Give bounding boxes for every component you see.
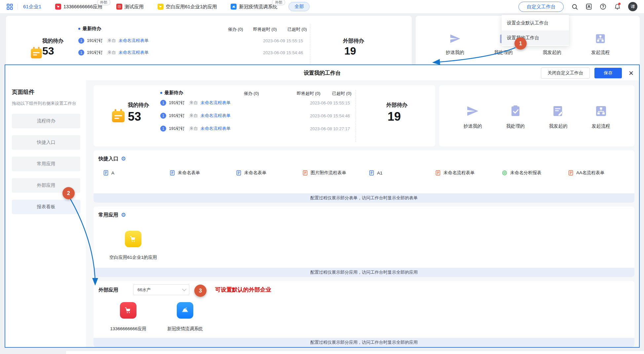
external-apps-header: 外部应用 66水产 可设置默认的外部企业 <box>94 281 634 298</box>
item-form-link[interactable]: 未命名流程表单 <box>119 50 149 56</box>
workbench-grid-icon[interactable] <box>7 4 13 10</box>
tab-app-test[interactable]: 测试应用 <box>116 4 144 10</box>
shortcut-label: 我发起的 <box>543 50 561 56</box>
app-tile[interactable]: 新冠疫情流调系统 <box>164 302 207 332</box>
cc-to-me-shortcut[interactable]: 抄送我的 <box>463 105 482 129</box>
timed-out-counter[interactable]: 已超时 (0) <box>287 26 307 32</box>
notification-dot <box>618 3 621 5</box>
chevron-down-icon <box>182 287 186 291</box>
all-apps-button[interactable]: 全部 <box>288 2 310 11</box>
item-name: 191钉钉 <box>169 113 185 119</box>
app-tile[interactable]: 13366666666应用 <box>107 302 150 332</box>
item-name: 191钉钉 <box>87 38 103 44</box>
section-title: 快捷入口 <box>98 156 118 162</box>
tab-company[interactable]: 61企业1 <box>23 4 41 10</box>
process-form-icon <box>303 170 308 176</box>
handled-by-me-shortcut[interactable]: 我处理的 <box>506 105 525 129</box>
initiated-by-me-shortcut[interactable]: 我发起的 <box>549 105 567 129</box>
common-apps-section: 常用应用 ⚙ 空白应用61企业1的应用 配置过程仅展示部分应用，访问工作台时显示… <box>94 207 634 277</box>
item-name: 191钉钉 <box>169 126 185 132</box>
component-quick-entry[interactable]: 快捷入口 <box>12 135 80 150</box>
external-badge: 外部 <box>272 0 285 5</box>
process-form-icon <box>436 170 440 176</box>
component-report-board[interactable]: 报表看板 <box>12 200 80 214</box>
customize-workbench-button[interactable]: 自定义工作台 <box>518 2 564 12</box>
component-common-apps[interactable]: 常用应用 <box>12 157 80 171</box>
start-process-shortcut[interactable]: 发起流程 <box>591 33 610 69</box>
app-label: 新冠疫情流调系统 <box>167 326 203 332</box>
step-badge-1: 1 <box>514 37 527 50</box>
quick-entry-item[interactable]: 未命名流程表单 <box>436 170 502 176</box>
item-form-link[interactable]: 未命名流程表单 <box>119 38 149 44</box>
notification-bell-icon[interactable] <box>614 3 621 10</box>
quick-entry-item[interactable]: 未命名表单 <box>236 170 303 176</box>
item-form-link[interactable]: 未命名流程表单 <box>201 100 231 106</box>
todo-list-item[interactable]: 1 191钉钉 来自未命名流程表单 <box>78 50 149 56</box>
tab-app-blank[interactable]: 空白应用61企业1的应用 <box>158 4 217 10</box>
todo-list-item[interactable]: 1 191钉钉 来自未命名流程表单 <box>78 38 149 44</box>
item-timestamp: 2023-06-09 15:54:46 <box>253 50 303 55</box>
close-icon[interactable]: ✕ <box>628 70 634 76</box>
menu-item-set-enterprise-default[interactable]: 设置企业默认工作台 <box>502 16 569 30</box>
item-form-link[interactable]: 未命名流程表单 <box>201 113 231 119</box>
tab-app-13366666666[interactable]: 13366666666应用 外部 <box>55 4 102 10</box>
tab-app-covid[interactable]: 新冠疫情流调系统 外部 <box>231 4 277 10</box>
quick-entry-label: 未命名表单 <box>244 170 267 176</box>
gear-icon[interactable]: ⚙ <box>121 212 126 218</box>
timed-out-counter[interactable]: 已超时 (0) <box>332 91 352 97</box>
external-apps-list: 13366666666应用 新冠疫情流调系统 <box>94 302 634 332</box>
external-todo-count: 19 <box>388 110 401 124</box>
item-timestamp: 2023-06-09 15:55:15 <box>300 100 350 105</box>
cc-to-me-shortcut[interactable]: 抄送我的 <box>446 33 464 69</box>
start-process-shortcut[interactable]: 发起流程 <box>592 105 610 129</box>
help-icon[interactable] <box>600 3 606 10</box>
app-label: 空白应用61企业1的应用 <box>109 255 157 260</box>
section-title: 外部应用 <box>98 287 118 293</box>
page-background-strip <box>66 351 644 354</box>
quick-entry-item[interactable]: A <box>103 170 170 176</box>
contacts-icon[interactable] <box>586 3 592 10</box>
external-org-select[interactable]: 66水产 <box>133 284 189 295</box>
save-button[interactable]: 保存 <box>594 68 622 78</box>
search-icon[interactable] <box>571 3 578 10</box>
quick-entry-item[interactable]: AA名流程表单 <box>568 170 635 176</box>
latest-todo-label: 最新待办 <box>83 26 101 32</box>
urge-counter[interactable]: 催办 (0) <box>228 26 243 32</box>
quick-entry-item[interactable]: 未命名表单 <box>170 170 236 176</box>
tab-label: 13366666666应用 <box>63 4 102 10</box>
close-custom-workbench-button[interactable]: 关闭自定义工作台 <box>541 67 590 79</box>
my-todo-count: 53 <box>128 110 141 124</box>
sidebar-description: 拖动以下组件到右侧来设置工作台 <box>12 100 80 107</box>
component-process-todo[interactable]: 流程待办 <box>12 114 80 128</box>
my-todo-title: 我的待办 <box>128 102 149 109</box>
gear-icon[interactable]: ⚙ <box>121 156 126 162</box>
urge-counter[interactable]: 催办 (0) <box>244 91 259 97</box>
app-tabs: 61企业1 13366666666应用 外部 测试应用 空白应用61企业1的应 <box>23 4 277 10</box>
todo-preview-row: 我的待办 53 最新待办 催办 (0) 即将超时 (0) 已超时 (0) 1 1… <box>94 85 634 146</box>
workbench-dropdown-menu: 设置企业默认工作台 设置我的工作台 <box>502 15 569 46</box>
todo-list-item[interactable]: 1 191钉钉 来自未命名流程表单 <box>160 113 231 119</box>
item-from: 来自 <box>189 100 198 106</box>
dish-app-icon <box>177 302 193 319</box>
modal-actions: 关闭自定义工作台 保存 ✕ <box>541 67 634 79</box>
quick-entry-label: 未命名分析报表 <box>510 170 542 176</box>
quick-entry-item[interactable]: 图片附件流程表单 <box>303 170 369 176</box>
external-badge: 外部 <box>97 0 110 5</box>
topbar: 61企业1 13366666666应用 外部 测试应用 空白应用61企业1的应 <box>0 0 644 13</box>
app-tile[interactable]: 空白应用61企业1的应用 <box>107 231 160 260</box>
todo-list-item[interactable]: 1 191钉钉 来自未命名流程表单 <box>160 100 231 106</box>
quick-entry-label: A1 <box>377 171 383 176</box>
item-form-link[interactable]: 未命名流程表单 <box>201 126 231 132</box>
external-apps-notice: 配置过程仅展示部分应用，访问工作台时显示全部的应用 <box>94 338 634 347</box>
about-to-timeout-counter[interactable]: 即将超时 (0) <box>297 91 321 97</box>
about-to-timeout-counter[interactable]: 即将超时 (0) <box>253 26 277 32</box>
item-count-badge: 1 <box>160 113 166 119</box>
menu-item-set-my-workbench[interactable]: 设置我的工作台 <box>502 30 569 45</box>
latest-todo-label: 最新待办 <box>165 90 183 96</box>
todo-list-item[interactable]: 1 191钉钉 来自未命名流程表单 <box>160 126 231 132</box>
user-avatar[interactable]: 谭 <box>628 2 637 11</box>
step-badge-2: 2 <box>62 187 75 199</box>
quick-entry-item[interactable]: 未命名分析报表 <box>502 170 568 176</box>
quick-entry-item[interactable]: A1 <box>369 170 436 176</box>
quick-entry-section: 快捷入口 ⚙ A 未命名表单 <box>94 150 634 203</box>
